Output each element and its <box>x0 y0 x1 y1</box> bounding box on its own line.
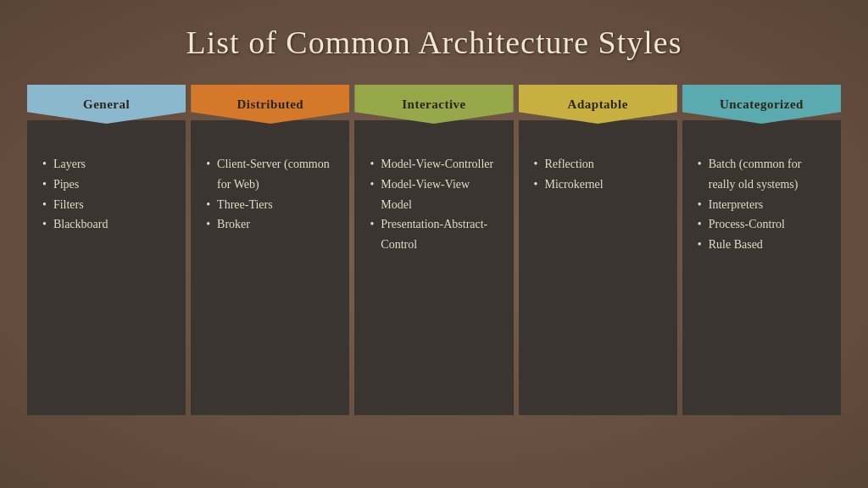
column-header-interactive: Interactive <box>354 85 513 124</box>
list-item: Process-Control <box>698 214 829 235</box>
column-body-interactive: Model-View-ControllerModel-View-View Mod… <box>354 120 513 415</box>
column-distributed: DistributedClient-Server (common for Web… <box>191 85 349 415</box>
list-item: Three-Tiers <box>206 195 337 215</box>
list-item: Pipes <box>42 175 174 195</box>
column-general: GeneralLayersPipesFiltersBlackboard <box>27 85 186 415</box>
list-item: Model-View-View Model <box>370 175 501 215</box>
list-item: Filters <box>42 195 174 215</box>
columns-container: GeneralLayersPipesFiltersBlackboardDistr… <box>27 85 841 415</box>
list-item: Rule Based <box>698 235 829 255</box>
column-header-uncategorized: Uncategorized <box>682 85 841 124</box>
list-item: Microkernel <box>534 175 665 195</box>
column-uncategorized: UncategorizedBatch (common for really ol… <box>682 85 841 415</box>
list-item: Batch (common for really old systems) <box>698 154 829 195</box>
list-item: Layers <box>42 154 174 175</box>
list-item: Broker <box>206 214 337 235</box>
column-adaptable: AdaptableReflectionMicrokernel <box>519 85 677 415</box>
column-interactive: InteractiveModel-View-ControllerModel-Vi… <box>354 85 513 415</box>
list-item: Client-Server (common for Web) <box>206 154 337 195</box>
list-item: Reflection <box>534 154 665 175</box>
column-header-adaptable: Adaptable <box>519 85 677 124</box>
list-item: Model-View-Controller <box>370 154 501 175</box>
column-body-distributed: Client-Server (common for Web)Three-Tier… <box>191 120 349 415</box>
column-header-distributed: Distributed <box>191 85 349 124</box>
column-header-general: General <box>27 85 186 124</box>
column-body-general: LayersPipesFiltersBlackboard <box>27 120 186 415</box>
list-item: Interpreters <box>698 195 829 215</box>
column-body-adaptable: ReflectionMicrokernel <box>519 120 677 415</box>
list-item: Presentation-Abstract-Control <box>370 214 501 255</box>
list-item: Blackboard <box>42 214 174 235</box>
page-title: List of Common Architecture Styles <box>186 24 682 61</box>
column-body-uncategorized: Batch (common for really old systems)Int… <box>682 120 841 415</box>
